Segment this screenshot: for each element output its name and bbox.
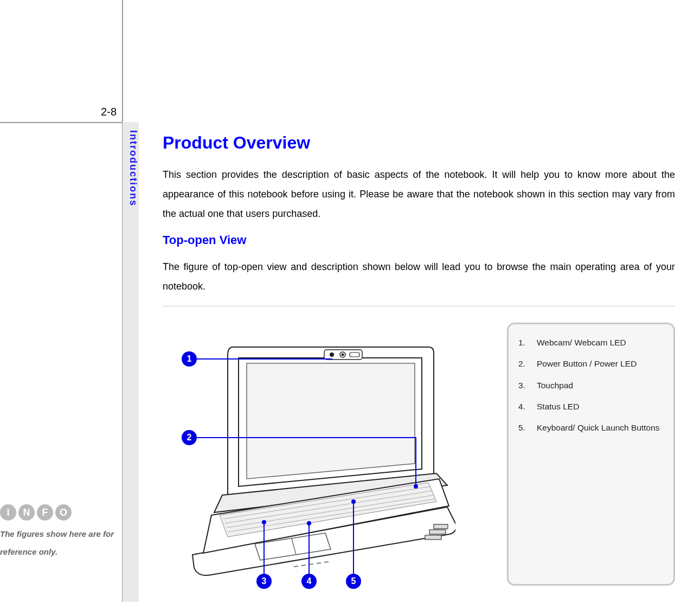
callout-badge-5: 5 (346, 574, 361, 589)
callout-line (197, 358, 332, 360)
svg-rect-16 (429, 530, 446, 534)
info-letter: F (37, 504, 53, 521)
legend-text: Status LED (537, 402, 579, 411)
divider (163, 306, 675, 306)
svg-point-1 (330, 352, 334, 357)
callout-line (353, 502, 354, 576)
callout-badge-3: 3 (256, 574, 272, 589)
svg-line-14 (324, 562, 329, 562)
legend-item: 2.Power Button / Power LED (518, 357, 664, 370)
legend-number: 5. (518, 421, 525, 434)
legend-number: 1. (518, 336, 525, 349)
callout-line (263, 522, 265, 576)
svg-rect-15 (434, 524, 448, 529)
page-number-rule (0, 122, 122, 123)
heading-product-overview: Product Overview (163, 133, 675, 153)
legend-text: Webcam/ Webcam LED (537, 338, 626, 347)
legend-text: Touchpad (537, 381, 573, 390)
legend-item: 5.Keyboard/ Quick Launch Buttons (518, 421, 664, 434)
callout-line (415, 437, 416, 486)
callout-line (197, 437, 416, 438)
callout-badge-2: 2 (182, 430, 197, 445)
chapter-label: Introductions (123, 130, 139, 207)
page-number: 2-8 (0, 106, 117, 118)
document-page: 2-8 Introductions I N F O The figures sh… (0, 0, 675, 616)
svg-point-3 (342, 354, 344, 356)
callout-badge-1: 1 (182, 351, 197, 367)
legend-item: 3.Touchpad (518, 379, 664, 392)
legend-text: Keyboard/ Quick Launch Buttons (537, 423, 660, 432)
svg-line-13 (317, 563, 321, 563)
callout-line (308, 523, 310, 576)
legend-box: 1.Webcam/ Webcam LED 2.Power Button / Po… (507, 323, 675, 586)
info-letter: N (18, 504, 35, 521)
callout-dot (351, 499, 356, 504)
svg-line-12 (309, 564, 313, 564)
sub-intro-paragraph: The figure of top-open view and descript… (163, 257, 675, 296)
callout-badge-4: 4 (301, 574, 317, 589)
legend-item: 1.Webcam/ Webcam LED (518, 336, 664, 349)
legend-number: 2. (518, 357, 525, 370)
info-letter: I (0, 504, 16, 521)
subheading-top-open-view: Top-open View (163, 233, 675, 247)
svg-line-10 (294, 566, 298, 567)
svg-rect-17 (425, 535, 441, 540)
legend-number: 3. (518, 379, 525, 392)
info-note: The figures show here are for reference … (0, 525, 138, 561)
svg-line-11 (301, 565, 306, 566)
figure-wrapper: 1 2 3 4 5 1.Webcam/ Webcam LED 2.Power B… (163, 323, 675, 605)
legend-number: 4. (518, 400, 525, 413)
callout-dot (262, 520, 266, 524)
info-letter: O (55, 504, 72, 521)
legend-text: Power Button / Power LED (537, 359, 637, 368)
intro-paragraph: This section provides the description of… (163, 165, 675, 223)
info-badge-icon: I N F O (0, 504, 73, 521)
main-content: Product Overview This section provides t… (163, 133, 675, 616)
callout-dot (414, 484, 418, 489)
legend-item: 4.Status LED (518, 400, 664, 413)
callout-dot (307, 521, 311, 525)
